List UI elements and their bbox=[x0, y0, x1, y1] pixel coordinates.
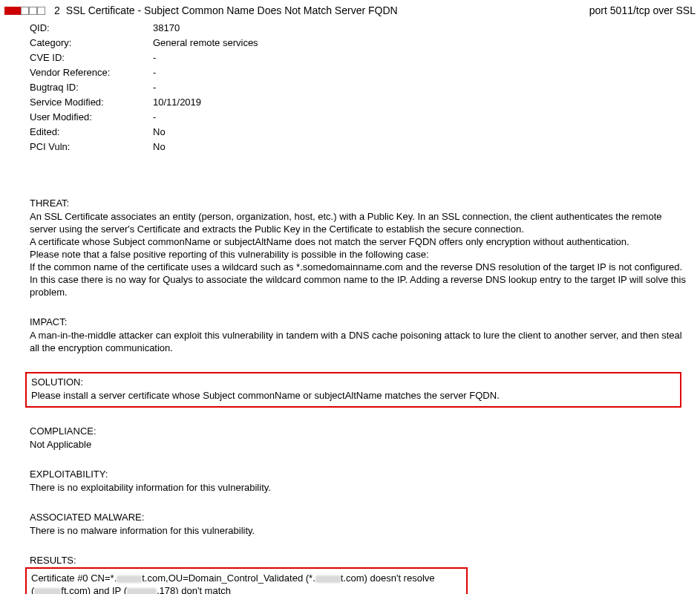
detail-label: CVE ID: bbox=[30, 50, 153, 65]
results-body: Certificate #0 CN=*.t.com,OU=Domain_Cont… bbox=[31, 572, 462, 594]
section-heading: EXPLOITABILITY: bbox=[30, 469, 691, 480]
detail-row: QID:38170 bbox=[30, 21, 696, 36]
results-text: .178) don't match bbox=[157, 585, 231, 594]
detail-row: Vendor Reference:- bbox=[30, 65, 696, 80]
severity-box bbox=[4, 7, 13, 15]
detail-value: General remote services bbox=[153, 36, 258, 50]
severity-box bbox=[21, 7, 29, 15]
redacted-text bbox=[34, 588, 61, 594]
detail-value: - bbox=[153, 50, 156, 65]
severity-box bbox=[29, 7, 37, 15]
detail-value: No bbox=[153, 125, 166, 140]
threat-p3: Please note that a false positive report… bbox=[30, 249, 429, 260]
detail-row: Bugtraq ID:- bbox=[30, 80, 696, 95]
results-text: t.com,OU=Domain_Control_Validated (*. bbox=[142, 572, 315, 584]
detail-value: - bbox=[153, 110, 156, 125]
detail-row: Edited:No bbox=[30, 125, 696, 140]
detail-label: Vendor Reference: bbox=[30, 65, 153, 80]
detail-label: Edited: bbox=[30, 125, 153, 140]
redacted-text bbox=[127, 588, 157, 594]
detail-row: CVE ID:- bbox=[30, 50, 696, 65]
section-heading: IMPACT: bbox=[30, 316, 691, 327]
threat-p4: If the common name of the certificate us… bbox=[30, 261, 686, 298]
redacted-text bbox=[315, 575, 341, 583]
vuln-title: SSL Certificate - Subject Common Name Do… bbox=[66, 4, 583, 16]
solution-section: SOLUTION: Please install a server certif… bbox=[25, 372, 681, 408]
section-body: There is no malware information for this… bbox=[30, 524, 691, 537]
detail-label: Bugtraq ID: bbox=[30, 80, 153, 95]
severity-indicator bbox=[4, 7, 45, 15]
section-body: An SSL Certificate associates an entity … bbox=[30, 210, 691, 298]
results-text: Certificate #0 CN=*. bbox=[31, 572, 117, 584]
detail-row: PCI Vuln:No bbox=[30, 140, 696, 154]
results-section: Certificate #0 CN=*.t.com,OU=Domain_Cont… bbox=[25, 567, 468, 594]
detail-value: 10/11/2019 bbox=[153, 95, 201, 110]
detail-row: User Modified:- bbox=[30, 110, 696, 125]
section-body: Not Applicable bbox=[30, 438, 691, 451]
threat-p1: An SSL Certificate associates an entity … bbox=[30, 211, 662, 235]
detail-value: 38170 bbox=[153, 21, 180, 36]
detail-label: Category: bbox=[30, 36, 153, 50]
port-info: port 5011/tcp over SSL bbox=[589, 4, 696, 16]
vuln-header: 2 SSL Certificate - Subject Common Name … bbox=[4, 4, 696, 16]
section-body: There is no exploitability information f… bbox=[30, 481, 691, 494]
detail-label: PCI Vuln: bbox=[30, 140, 153, 154]
threat-section: THREAT: An SSL Certificate associates an… bbox=[30, 198, 691, 298]
section-heading: ASSOCIATED MALWARE: bbox=[30, 512, 691, 523]
detail-label: User Modified: bbox=[30, 110, 153, 125]
detail-row: Category:General remote services bbox=[30, 36, 696, 50]
detail-value: - bbox=[153, 80, 156, 95]
section-heading: COMPLIANCE: bbox=[30, 425, 691, 437]
impact-section: IMPACT: A man-in-the-middle attacker can… bbox=[30, 316, 691, 354]
severity-number: 2 bbox=[54, 4, 60, 16]
detail-row: Service Modified:10/11/2019 bbox=[30, 95, 696, 110]
detail-label: QID: bbox=[30, 21, 153, 36]
malware-section: ASSOCIATED MALWARE: There is no malware … bbox=[30, 512, 691, 537]
compliance-section: COMPLIANCE: Not Applicable bbox=[30, 425, 691, 451]
detail-value: No bbox=[153, 140, 166, 154]
details-table: QID:38170 Category:General remote servic… bbox=[30, 21, 696, 154]
severity-box bbox=[37, 7, 45, 15]
section-heading: SOLUTION: bbox=[31, 376, 676, 388]
redacted-text bbox=[117, 575, 142, 583]
section-heading: THREAT: bbox=[30, 198, 691, 209]
section-body: Please install a server certificate whos… bbox=[31, 389, 676, 402]
threat-p2: A certificate whose Subject commonName o… bbox=[30, 236, 629, 247]
exploitability-section: EXPLOITABILITY: There is no exploitabili… bbox=[30, 469, 691, 494]
results-text: t.com) doesn't resolve bbox=[341, 572, 435, 584]
section-heading: RESULTS: bbox=[30, 555, 691, 566]
detail-value: - bbox=[153, 65, 156, 80]
results-text: ft.com) and IP ( bbox=[61, 585, 127, 594]
results-heading-section: RESULTS: bbox=[30, 555, 691, 566]
detail-label: Service Modified: bbox=[30, 95, 153, 110]
section-body: A man-in-the-middle attacker can exploit… bbox=[30, 329, 691, 354]
severity-box bbox=[13, 7, 21, 15]
